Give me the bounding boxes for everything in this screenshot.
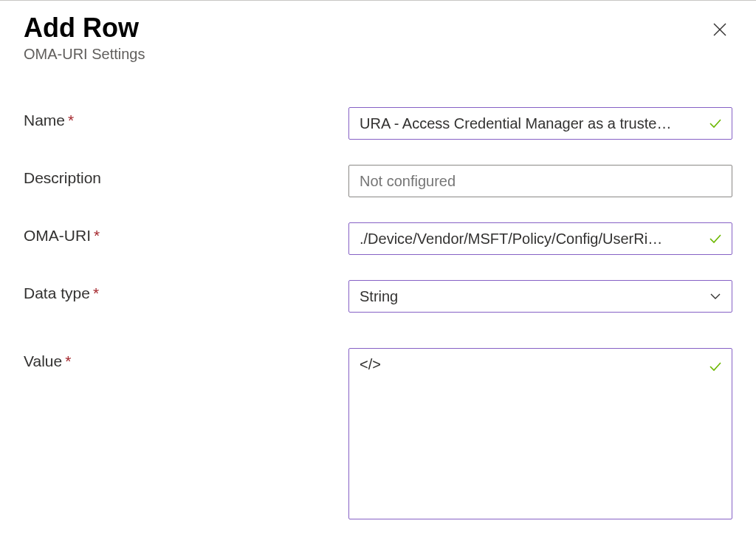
oma-uri-input[interactable]: ./Device/Vendor/MSFT/Policy/Config/UserR…: [348, 222, 732, 255]
value-textarea-text: </>: [360, 356, 702, 373]
checkmark-icon: [708, 359, 723, 374]
close-icon: [712, 21, 728, 38]
row-name: Name* URA - Access Credential Manager as…: [24, 107, 732, 140]
name-input[interactable]: URA - Access Credential Manager as a tru…: [348, 107, 732, 140]
label-oma-uri: OMA-URI*: [24, 222, 348, 245]
required-marker: *: [94, 227, 100, 244]
value-textarea[interactable]: </>: [348, 348, 732, 519]
header-text-block: Add Row OMA-URI Settings: [24, 13, 145, 63]
required-marker: *: [65, 352, 71, 369]
name-input-text: URA - Access Credential Manager as a tru…: [360, 115, 702, 132]
close-button[interactable]: [707, 17, 732, 42]
label-data-type: Data type*: [24, 280, 348, 302]
row-value: Value* </>: [24, 348, 732, 519]
row-oma-uri: OMA-URI* ./Device/Vendor/MSFT/Policy/Con…: [24, 222, 732, 255]
field-name: URA - Access Credential Manager as a tru…: [348, 107, 732, 140]
checkmark-icon: [708, 231, 723, 246]
data-type-selected: String: [360, 288, 398, 305]
label-text: Data type: [24, 284, 90, 301]
chevron-down-icon: [708, 289, 723, 304]
field-value: </>: [348, 348, 732, 519]
label-text: Name: [24, 112, 65, 129]
description-input[interactable]: [348, 165, 732, 197]
add-row-panel: Add Row OMA-URI Settings Name* URA - Acc…: [0, 1, 756, 519]
label-text: Value: [24, 352, 62, 369]
data-type-select[interactable]: String: [348, 280, 732, 313]
label-text: Description: [24, 169, 101, 186]
checkmark-icon: [708, 116, 723, 131]
required-marker: *: [93, 284, 99, 301]
field-data-type: String: [348, 280, 732, 313]
field-oma-uri: ./Device/Vendor/MSFT/Policy/Config/UserR…: [348, 222, 732, 255]
form: Name* URA - Access Credential Manager as…: [24, 107, 732, 519]
panel-subtitle: OMA-URI Settings: [24, 46, 145, 63]
description-input-text[interactable]: [360, 173, 702, 190]
label-value: Value*: [24, 348, 348, 370]
field-description: [348, 165, 732, 197]
required-marker: *: [68, 112, 74, 129]
oma-uri-input-text: ./Device/Vendor/MSFT/Policy/Config/UserR…: [360, 231, 702, 248]
panel-header: Add Row OMA-URI Settings: [24, 13, 732, 63]
row-data-type: Data type* String: [24, 280, 732, 313]
label-description: Description: [24, 165, 348, 187]
row-description: Description: [24, 165, 732, 197]
label-text: OMA-URI: [24, 227, 91, 244]
label-name: Name*: [24, 107, 348, 129]
panel-title: Add Row: [24, 13, 145, 43]
